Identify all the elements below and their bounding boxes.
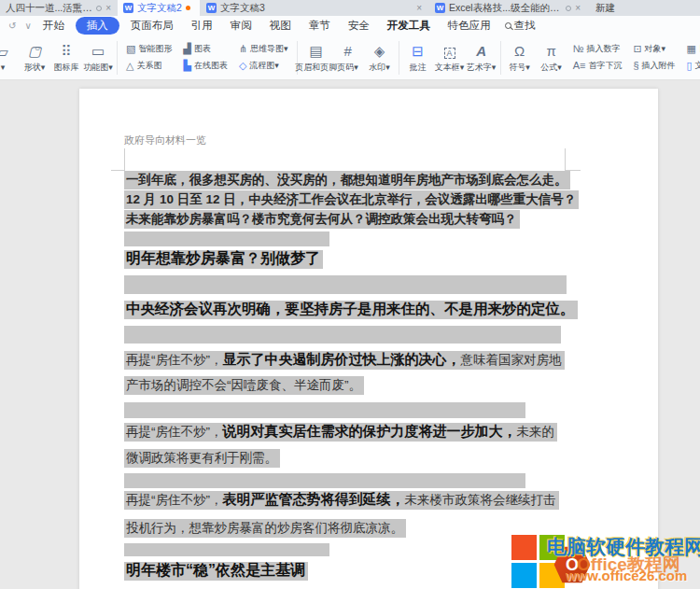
tab-label: 新建 [595,2,615,15]
tab-label: Excel表格技...级全能的开方公式 [449,2,562,15]
object-group: ⊡ 对象▾ § 插入附件 [627,43,680,72]
drop-cap-button[interactable]: A≡ 首字下沉 [573,60,623,72]
icon-library-button[interactable]: ⠿ 图标库 [50,42,82,74]
symbol-button[interactable]: Ω 符号▾ [504,42,536,74]
collapse-ribbon-icon[interactable]: ∨ [24,21,31,31]
watermark-button[interactable]: ◈ 水印▾ [364,42,396,74]
date-button[interactable]: ▦ 日期 [687,43,700,55]
online-chart-button[interactable]: ▙ 在线图表 [183,60,227,72]
flowchart-button[interactable]: ◇ 流程图▾ [239,60,288,72]
picture-icon: ▱ [0,43,8,62]
doc-part-button[interactable]: ▯ 文档部件▾ [687,60,700,72]
margin-mark [565,148,566,171]
watermark-title: 电脑软硬件教程网 [547,534,700,560]
page-number-button[interactable]: # 页码▾ [332,42,364,74]
doc-heading[interactable]: 明年楼市“稳”依然是主基调 [124,561,308,581]
watermark-icon: ◈ [374,42,385,61]
wordart-button[interactable]: A 艺术字▾ [466,42,497,74]
shapes-icon: ▢○ [28,42,41,61]
writer-doc-icon: W [435,3,445,13]
doc-line[interactable]: 投机行为，想靠炒房暴富的炒房客们将彻底凉凉。 [124,519,406,537]
menu-references[interactable]: 引用 [185,17,219,35]
formula-icon: π [546,42,555,61]
tab-label: 文字文稿3 [220,2,413,15]
writer-doc-icon: W [123,3,133,13]
document-canvas: 政府导向材料一览 一到年底，很多想买房的、没买房的，都想知道明年房地产市场到底会… [0,80,700,589]
menu-security[interactable]: 安全 [342,17,376,35]
site-watermark: O Office教程网 电脑软硬件教程网 www.office26.com [504,528,700,589]
tab-document-1[interactable]: 人四十一道...活熏负了自己 × [0,0,117,16]
selected-blank-line[interactable] [124,275,567,294]
tip-icon [566,6,571,11]
tab-document-4[interactable]: W Excel表格技...级全能的开方公式 × [429,0,586,16]
selected-blank-line[interactable] [124,543,329,556]
doc-line[interactable]: 产市场的调控不会“因噎废食、半途而废”。 [124,376,364,394]
doc-line[interactable]: 12 月 10 日至 12 日，中央经济工作会议在北京举行，会议透露出哪些重大信… [124,190,579,208]
menu-page-layout[interactable]: 页面布局 [124,17,180,35]
selected-blank-line[interactable] [124,473,525,488]
chart-icon: ▟ [183,44,190,54]
smartart-button[interactable]: ▧ 智能图形 [126,43,172,55]
find-button[interactable]: 查找 [505,19,536,33]
relation-diagram-button[interactable]: △ 关系图 [126,60,172,72]
shapes-button[interactable]: ▢○ 形状▾ [19,42,50,74]
modified-dot-icon [186,6,190,10]
symbol-icon: Ω [514,42,525,61]
relation-diagram-icon: △ [126,61,133,71]
menu-featured-apps[interactable]: 特色应用 [441,17,497,35]
ribbon-divider [117,41,118,75]
doc-line[interactable]: 再提“房住不炒”，显示了中央遏制房价过快上涨的决心，意味着国家对房地 [124,351,565,369]
insert-number-button[interactable]: № 插入数字 [573,43,623,55]
document-page[interactable]: 政府导向材料一览 一到年底，很多想买房的、没买房的，都想知道明年房地产市场到底会… [79,89,658,589]
menu-view[interactable]: 视图 [263,17,298,35]
tab-document-2-active[interactable]: W 文字文稿2 [118,0,200,16]
chart-button[interactable]: ▟ 图表 [183,43,227,55]
doc-line[interactable]: 再提“房住不炒”，表明严监管态势将得到延续，未来楼市政策将会继续打击 [124,491,559,509]
ribbon-divider [399,41,399,75]
close-icon[interactable]: × [105,4,111,13]
selected-blank-line[interactable] [124,231,329,246]
date-group: ▦ 日期 ▯ 文档部件▾ [681,43,700,72]
close-icon[interactable]: × [416,4,422,13]
function-diagram-icon: ▭ [91,42,105,61]
comment-button[interactable]: ⊟ 批注 [402,42,434,74]
attachment-button[interactable]: § 插入附件 [633,60,675,72]
tab-new-document[interactable]: 新建 [590,0,640,16]
object-icon: ⊡ [633,44,641,54]
writer-doc-icon: W [206,3,217,13]
menu-home[interactable]: 开始 [36,17,71,35]
object-button[interactable]: ⊡ 对象▾ [633,43,675,55]
formula-button[interactable]: π 公式▾ [536,42,567,74]
selected-blank-line[interactable] [124,326,561,344]
doc-line[interactable]: 中央经济会议再次明确，要坚持房子是用来住的、不是用来炒的定位。 [124,300,578,319]
tab-label: 文字文稿2 [137,2,182,15]
menu-section[interactable]: 章节 [302,17,337,35]
function-diagram-button[interactable]: ▭ 功能图▾ [82,42,114,74]
mindmap-button[interactable]: ⋔ 思维导图▾ [239,43,288,55]
margin-mark [124,148,125,171]
doc-line[interactable]: 未来能靠炒房暴富吗？楼市究竟何去何从？调控政策会出现大转弯吗？ [124,210,520,228]
doc-line[interactable]: 一到年底，很多想买房的、没买房的，都想知道明年房地产市场到底会怎么走。 [124,171,570,189]
insert-ribbon: ▱ ▾ ▢○ 形状▾ ⠿ 图标库 ▭ 功能图▾ ▧ 智能图形 △ 关系图 [0,35,700,80]
mindmap-icon: ⋔ [239,44,247,54]
close-icon[interactable]: × [575,4,581,13]
selected-blank-line[interactable] [124,402,525,418]
picture-button-clipped[interactable]: ▱ ▾ [0,43,19,72]
icon-library-icon: ⠿ [62,42,72,61]
find-label: 查找 [514,19,536,33]
customize-toolbar-icon[interactable]: ↺ [8,21,16,31]
tab-document-3[interactable]: W 文字文稿3 × [201,0,427,16]
menu-dev-tools[interactable]: 开发工具 [381,17,437,35]
attachment-icon: § [633,61,638,71]
menu-review[interactable]: 审阅 [224,17,259,35]
comment-icon: ⊟ [412,42,424,61]
doc-heading[interactable]: 明年想靠炒房暴富？别做梦了 [124,249,323,269]
insert-number-icon: № [573,44,584,54]
doc-line[interactable]: 再提“房住不炒”，说明对真实居住需求的保护力度将进一步加大，未来的 [124,423,557,441]
header-footer-button[interactable]: ▤ 页眉和页脚 [301,42,332,74]
textbox-button[interactable]: A 文本框▾ [434,42,466,74]
doc-line[interactable]: 微调政策将更有利于刚需。 [124,449,280,467]
menu-insert-active[interactable]: 插入 [76,17,119,35]
wordart-icon: A [476,42,486,61]
tip-icon [96,6,102,11]
